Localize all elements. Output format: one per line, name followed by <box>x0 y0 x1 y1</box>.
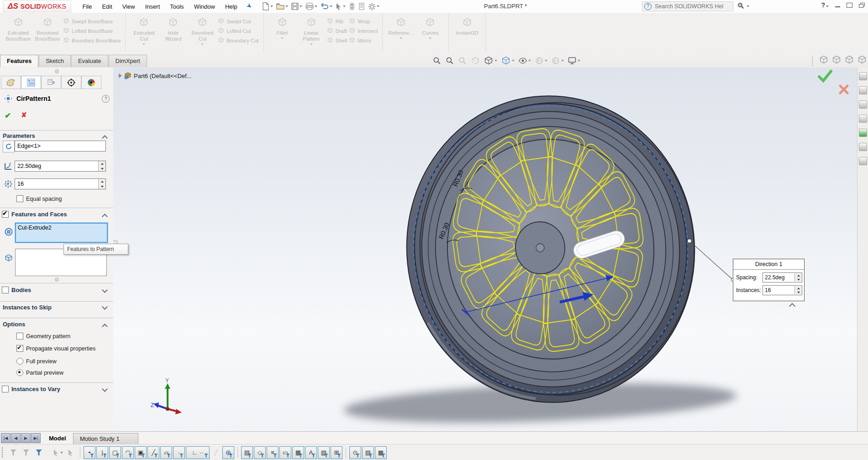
ribbon-linear-pattern[interactable]: Linear Pattern <box>297 16 326 45</box>
resources-icon[interactable] <box>859 72 867 80</box>
expand-instances-skip-icon[interactable] <box>102 304 108 310</box>
menu-view[interactable]: View <box>118 1 140 12</box>
tab-dimxpert[interactable]: DimXpert <box>109 55 147 67</box>
vcr-go-next-button[interactable]: ▶ <box>21 433 31 443</box>
forum-icon[interactable] <box>859 157 867 165</box>
filter-centerline[interactable]: ▨ <box>362 446 374 459</box>
filter-hatch[interactable]: ▩ <box>375 446 387 459</box>
accept-button[interactable]: ✔ <box>5 111 11 120</box>
partial-preview-radio[interactable]: Partial preview <box>16 369 63 376</box>
ribbon-revolved-cut[interactable]: Revolved Cut <box>188 16 216 45</box>
view-settings-icon-caret[interactable] <box>578 60 580 62</box>
select-icon[interactable] <box>335 2 347 11</box>
vcr-go-previous-button[interactable]: ◀ <box>11 433 21 443</box>
menu-file[interactable]: File <box>78 1 96 12</box>
ribbon-draft[interactable]: Draft <box>327 26 347 36</box>
vcr-go-first-button[interactable]: |◀ <box>1 433 11 443</box>
ribbon-item-caret[interactable] <box>281 37 284 39</box>
ribbon-rib[interactable]: Rib <box>327 16 347 26</box>
zoom-to-fit-icon[interactable] <box>431 56 442 66</box>
undo-icon[interactable] <box>320 2 333 11</box>
display-style-icon[interactable] <box>500 55 516 66</box>
equal-spacing-checkbox[interactable]: Equal spacing <box>16 195 62 202</box>
group-resize-handle[interactable] <box>55 277 59 282</box>
filter-balloons[interactable]: ▭ <box>279 446 291 459</box>
ribbon-swept-cut[interactable]: Swept Cut <box>218 16 258 26</box>
file-properties-icon[interactable] <box>358 2 366 11</box>
new-document-icon[interactable] <box>261 1 274 11</box>
instances-field[interactable]: 16 <box>763 285 802 295</box>
menu-help[interactable]: Help <box>221 1 242 12</box>
ribbon-extruded-cut[interactable]: Extruded Cut <box>130 16 158 45</box>
search-caret-icon[interactable] <box>747 5 749 7</box>
ribbon-item-caret[interactable] <box>142 43 145 45</box>
filter-corner-chain[interactable]: ∟ ·· <box>186 446 210 459</box>
search-icon[interactable]: 🔍︎ <box>737 2 745 11</box>
manager-tab-configuration-manager-icon[interactable] <box>41 76 61 89</box>
direction1-callout[interactable]: Direction 1 Spacing: 22.5deg Instances: … <box>733 259 805 301</box>
design-library-icon[interactable] <box>859 86 867 94</box>
manager-tab-feature-tree-icon[interactable] <box>1 76 21 89</box>
filter-blocks[interactable]: ⊞ <box>331 446 342 459</box>
wheel-model[interactable]: R0.30 R0.30 <box>113 68 868 431</box>
filter-sketch-points[interactable]: · <box>173 446 185 459</box>
filter-faces[interactable]: ▢ <box>109 446 121 459</box>
filter-weld-symbols[interactable]: ▦ <box>292 446 304 459</box>
callout-collapse-icon[interactable] <box>790 302 794 310</box>
print-icon[interactable] <box>305 2 318 11</box>
filter-dimensions[interactable]: ▤ <box>241 446 253 459</box>
ribbon-fillet[interactable]: Fillet <box>268 16 296 39</box>
select-cursor-icon-caret[interactable] <box>60 452 63 454</box>
minimize-icon[interactable] <box>835 6 840 7</box>
custom-properties-icon[interactable] <box>859 143 867 151</box>
filter-annotations[interactable]: ◇ <box>254 446 266 459</box>
manager-tab-property-manager-icon[interactable] <box>21 76 41 89</box>
ribbon-referenc-[interactable]: Referenc... <box>387 16 415 39</box>
toolbar-grip-icon[interactable] <box>812 55 813 66</box>
appearances-icon[interactable] <box>859 129 867 137</box>
features-and-faces-checkbox[interactable]: Features and Faces <box>2 211 67 218</box>
clear-all-filters[interactable]: ⊕ <box>222 446 234 459</box>
save-icon[interactable] <box>290 2 303 11</box>
instances-spinner[interactable] <box>794 286 802 294</box>
full-preview-radio[interactable]: Full preview <box>16 358 57 365</box>
ribbon-lofted-cut[interactable]: Lofted Cut <box>218 26 258 36</box>
restore-icon[interactable] <box>847 3 852 8</box>
panel-collapse-handle[interactable] <box>0 68 113 75</box>
collapse-features-faces-icon[interactable] <box>102 214 108 220</box>
viewport-four-icon[interactable] <box>857 55 867 67</box>
options-gear-icon[interactable] <box>367 2 380 11</box>
undo-icon-caret[interactable] <box>330 5 332 7</box>
open-icon-caret[interactable] <box>285 5 288 7</box>
ribbon-instant3d[interactable]: Instant3D <box>453 16 481 36</box>
count-spinner[interactable] <box>98 179 105 189</box>
options-gear-icon-caret[interactable] <box>377 5 379 7</box>
ribbon-extruded-boss-base[interactable]: Extruded Boss/Base <box>4 16 32 42</box>
filter-center-marks[interactable]: ⊙ <box>349 446 361 459</box>
filter-axes[interactable]: ╱ <box>147 446 159 459</box>
add-filter-icon[interactable] <box>21 447 32 459</box>
pattern-axis-field[interactable]: Edge<1> <box>15 141 106 152</box>
filter-datums[interactable]: A <box>305 446 317 459</box>
bodies-checkbox[interactable]: Bodies <box>2 287 31 293</box>
tab-evaluate[interactable]: Evaluate <box>71 55 108 67</box>
select-with-filter-icon[interactable] <box>65 447 76 459</box>
ribbon-curves[interactable]: Curves <box>416 16 444 39</box>
view-settings-icon[interactable] <box>567 56 581 66</box>
cascade-windows-icon[interactable] <box>859 3 864 7</box>
filter-planes[interactable]: ▱ <box>160 446 172 459</box>
select-cursor-icon[interactable] <box>53 447 63 459</box>
filter-edges[interactable]: | <box>96 446 108 459</box>
parameters-header[interactable]: Parameters <box>3 132 35 139</box>
menu-insert[interactable]: Insert <box>141 1 165 12</box>
filter-solid-bodies[interactable]: ▣ <box>135 446 147 459</box>
menu-tools[interactable]: Tools <box>165 1 188 12</box>
ribbon-hole-wizard[interactable]: Hole Wizard <box>159 16 187 42</box>
ribbon-mirror[interactable]: Mirror <box>349 36 378 45</box>
vcr-go-last-button[interactable]: ▶| <box>31 433 41 443</box>
ribbon-boundary-boss-base[interactable]: Boundary Boss/Base <box>63 36 121 45</box>
cancel-button[interactable]: ✘ <box>21 111 27 120</box>
menu-window[interactable]: Window <box>189 1 220 12</box>
hide-show-items-icon[interactable] <box>517 56 532 66</box>
angle-field[interactable]: 22.50deg <box>15 161 106 172</box>
